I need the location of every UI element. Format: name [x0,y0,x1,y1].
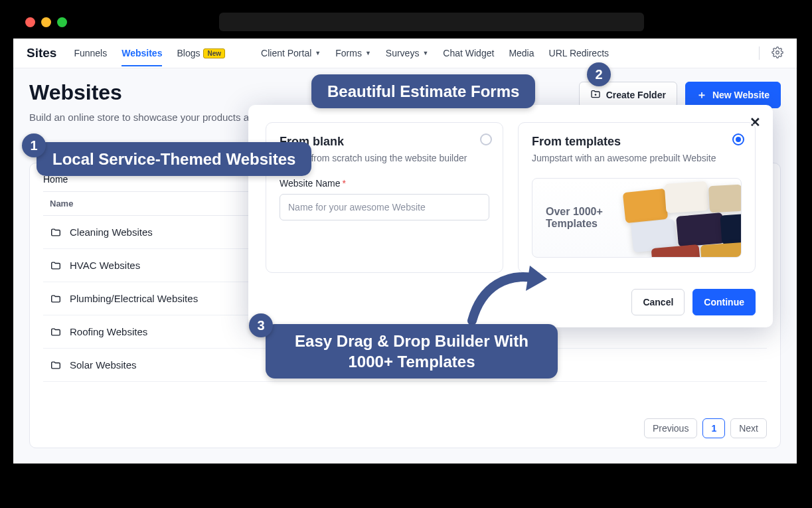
divider [759,46,760,60]
chevron-down-icon: ▼ [365,50,371,56]
nav-websites[interactable]: Websites [122,48,162,66]
blank-title: From blank [280,135,489,149]
prev-button[interactable]: Previous [644,418,697,438]
nav-forms-label: Forms [335,48,362,58]
template-count-text: Over 1000+ Templates [546,206,612,230]
title-bar [13,5,797,39]
callout-2: Beautiful Estimate Forms [311,74,535,108]
svg-point-0 [776,50,779,54]
callout-1-number: 1 [22,133,46,157]
nav-media[interactable]: Media [509,48,534,58]
nav-surveys[interactable]: Surveys ▼ [386,48,429,58]
folder-icon [50,361,62,370]
create-folder-label: Create Folder [606,90,666,100]
template-preview: Over 1000+ Templates [532,178,742,258]
chevron-down-icon: ▼ [422,50,428,56]
new-badge: New [203,48,225,58]
list-item-label: Roofing Websites [70,326,147,337]
address-bar[interactable] [219,13,644,31]
create-folder-button[interactable]: Create Folder [579,82,677,108]
callout-2-number: 2 [587,62,611,86]
folder-icon [50,228,62,237]
list-item-label: Cleaning Websites [70,226,153,238]
maximize-window-icon[interactable] [57,17,67,27]
new-website-label: New Website [712,90,770,100]
page-1-button[interactable]: 1 [702,418,725,438]
close-window-icon[interactable] [25,17,35,27]
list-item-label: Solar Websites [70,359,137,371]
nav-surveys-label: Surveys [386,48,420,58]
top-nav: Sites Funnels Websites Blogs New Client … [13,39,797,68]
col-name: Name [50,199,73,209]
nav-forms[interactable]: Forms ▼ [335,48,371,58]
brand: Sites [27,46,56,60]
templates-sub: Jumpstart with an awesome prebuilt Websi… [532,153,742,163]
nav-chat-widget[interactable]: Chat Widget [443,48,494,58]
next-button[interactable]: Next [730,418,767,438]
new-website-button[interactable]: ＋ New Website [685,82,781,108]
chevron-down-icon: ▼ [315,50,321,56]
folder-icon [50,261,62,270]
nav-client-portal[interactable]: Client Portal ▼ [261,48,321,58]
nav-funnels[interactable]: Funnels [74,48,107,58]
radio-templates[interactable] [732,133,744,145]
arrow-icon [462,258,548,331]
gear-icon[interactable] [771,46,783,60]
website-name-input[interactable] [280,194,489,220]
choice-templates[interactable]: From templates Jumpstart with an awesome… [518,122,756,273]
plus-icon: ＋ [696,88,707,102]
folder-icon [50,327,62,337]
list-item-label: HVAC Websites [70,260,140,271]
callout-3-number: 3 [249,313,273,337]
callout-3: Easy Drag & Drop Builder With 1000+ Temp… [266,324,558,379]
list-item-label: Plumbing/Electrical Websites [70,293,198,304]
minimize-window-icon[interactable] [41,17,51,27]
website-name-label: Website Name* [280,178,489,189]
nav-blogs-label: Blogs [177,48,200,58]
website-name-text: Website Name [280,178,341,189]
folder-icon [50,294,62,303]
radio-blank[interactable] [480,133,492,145]
templates-title: From templates [532,135,742,149]
nav-blogs[interactable]: Blogs New [177,48,225,58]
cancel-button[interactable]: Cancel [631,289,685,315]
folder-plus-icon [590,89,601,102]
template-mosaic-icon [621,179,728,257]
nav-client-portal-label: Client Portal [261,48,311,58]
nav-url-redirects[interactable]: URL Redirects [549,48,609,58]
continue-button[interactable]: Continue [692,289,756,315]
callout-1: Local Service-Themed Websites [37,142,311,176]
